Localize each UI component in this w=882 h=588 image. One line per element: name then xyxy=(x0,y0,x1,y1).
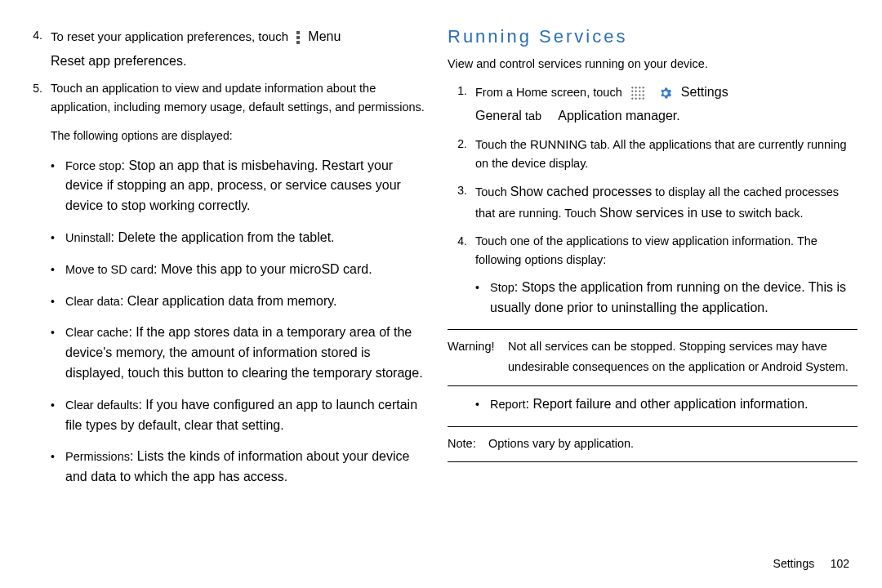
bullet-dot: • xyxy=(51,292,65,312)
note-row: Note: Options vary by application. xyxy=(448,434,858,454)
r-step-3: 3. Touch Show cached processes to displa… xyxy=(448,181,858,223)
divider xyxy=(448,329,858,330)
bullet-dot: • xyxy=(475,278,490,318)
step-body: Touch one of the applications to view ap… xyxy=(475,232,858,270)
r-step-1: 1. From a Home screen, touch Settings Ge… xyxy=(448,82,858,127)
options-intro: The following options are displayed: xyxy=(51,127,433,145)
left-bullet-list: • Force stop: Stop an app that is misbeh… xyxy=(51,156,433,488)
bullet-text: : Delete the application from the tablet… xyxy=(111,230,335,244)
divider xyxy=(448,426,858,427)
right-column: Running Services View and control servic… xyxy=(448,26,858,499)
step-number: 1. xyxy=(448,82,475,127)
show-services-label: Show services in use xyxy=(599,206,722,220)
note-text: Options vary by application. xyxy=(488,434,858,454)
step-number: 5. xyxy=(23,79,51,117)
footer-section: Settings xyxy=(773,557,815,570)
bullet-body: Clear data: Clear application data from … xyxy=(65,292,433,312)
bullet-label: Clear cache xyxy=(65,326,128,339)
r3-e: to switch back. xyxy=(722,207,803,220)
app-manager-label: Application manager. xyxy=(558,109,679,122)
bullet-text: : Clear application data from memory. xyxy=(120,294,337,308)
bullet-dot: • xyxy=(51,395,65,436)
bullet-label: Permissions xyxy=(65,450,130,463)
step-body: Touch Show cached processes to display a… xyxy=(475,181,858,223)
r-step-4: 4. Touch one of the applications to view… xyxy=(448,232,858,270)
bullet-label: Report xyxy=(490,398,526,411)
r-step-2: 2. Touch the RUNNING tab. All the applic… xyxy=(448,135,858,173)
bullet-body: Clear cache: If the app stores data in a… xyxy=(65,323,433,383)
bullet-report: • Report: Report failure and other appli… xyxy=(475,394,858,415)
bullet-dot: • xyxy=(51,323,65,383)
bullet-body: Report: Report failure and other applica… xyxy=(490,394,858,415)
bullet-text: : Report failure and other application i… xyxy=(526,397,808,411)
general-label: General xyxy=(475,109,522,122)
bullet-label: Uninstall xyxy=(65,231,111,244)
note-label: Note: xyxy=(448,434,488,454)
step-4-text-a: To reset your application preferences, t… xyxy=(51,29,288,43)
bullet-text: : Move this app to your microSD card. xyxy=(154,262,372,276)
bullet-dot: • xyxy=(51,447,65,488)
step-number: 3. xyxy=(448,181,475,223)
bullet-label: Clear data xyxy=(65,295,120,308)
settings-label: Settings xyxy=(681,85,728,99)
bullet-label: Force stop xyxy=(65,159,122,172)
section-heading: Running Services xyxy=(448,26,858,47)
step-body: Touch an application to view and update … xyxy=(51,79,433,117)
bullet-label: Stop xyxy=(490,281,514,294)
step-number: 2. xyxy=(448,135,475,173)
warning-label: Warning! xyxy=(448,336,508,376)
bullet-clear-cache: • Clear cache: If the app stores data in… xyxy=(51,323,433,383)
right-bullet-list-2: • Report: Report failure and other appli… xyxy=(475,394,858,415)
bullet-dot: • xyxy=(51,260,65,280)
running-tab-label: RUNNING xyxy=(530,137,587,151)
step-4: 4. To reset your application preferences… xyxy=(23,26,433,71)
bullet-text: : Stops the application from running on … xyxy=(490,280,846,314)
bullet-label: Clear defaults xyxy=(65,399,138,412)
step-5: 5. Touch an application to view and upda… xyxy=(23,79,433,117)
step-4-text-b: Reset app preferences. xyxy=(51,51,433,72)
tab-word: tab xyxy=(525,109,541,122)
step-body: Touch the RUNNING tab. All the applicati… xyxy=(475,135,858,173)
r1-pre: From a Home screen, touch xyxy=(475,86,622,99)
warning-row: Warning! Not all services can be stopped… xyxy=(448,336,858,376)
bullet-uninstall: • Uninstall: Delete the application from… xyxy=(51,228,433,248)
bullet-clear-defaults: • Clear defaults: If you have configured… xyxy=(51,395,433,436)
r3-a: Touch xyxy=(475,185,510,198)
bullet-dot: • xyxy=(51,156,65,216)
bullet-body: Force stop: Stop an app that is misbehav… xyxy=(65,156,433,216)
show-cached-label: Show cached processes xyxy=(510,185,652,198)
two-column-layout: 4. To reset your application preferences… xyxy=(23,26,859,499)
footer-page-number: 102 xyxy=(831,557,849,570)
bullet-body: Permissions: Lists the kinds of informat… xyxy=(65,447,433,488)
bullet-move-sd: • Move to SD card: Move this app to your… xyxy=(51,260,433,280)
page-footer: Settings 102 xyxy=(773,557,849,570)
divider xyxy=(448,385,858,386)
bullet-stop: • Stop: Stops the application from runni… xyxy=(475,278,858,318)
bullet-dot: • xyxy=(51,228,65,248)
divider xyxy=(448,461,858,462)
step-number: 4. xyxy=(23,26,51,71)
apps-grid-icon xyxy=(630,86,645,100)
bullet-body: Move to SD card: Move this app to your m… xyxy=(65,260,433,280)
bullet-body: Uninstall: Delete the application from t… xyxy=(65,228,433,248)
warning-text: Not all services can be stopped. Stoppin… xyxy=(508,336,858,376)
r2-pre: Touch the xyxy=(475,138,530,151)
menu-label: Menu xyxy=(308,29,341,43)
kebab-menu-icon xyxy=(295,30,301,45)
bullet-dot: • xyxy=(475,394,490,415)
section-intro: View and control services running on you… xyxy=(448,56,858,74)
bullet-permissions: • Permissions: Lists the kinds of inform… xyxy=(51,447,433,488)
gear-icon xyxy=(658,86,673,100)
step-body: To reset your application preferences, t… xyxy=(51,26,433,71)
bullet-label: Move to SD card xyxy=(65,263,154,276)
right-bullet-list-1: • Stop: Stops the application from runni… xyxy=(475,278,858,318)
bullet-body: Clear defaults: If you have configured a… xyxy=(65,395,433,436)
bullet-force-stop: • Force stop: Stop an app that is misbeh… xyxy=(51,156,433,216)
left-column: 4. To reset your application preferences… xyxy=(23,26,433,499)
step-body: From a Home screen, touch Settings Gener… xyxy=(475,82,858,127)
bullet-clear-data: • Clear data: Clear application data fro… xyxy=(51,292,433,312)
bullet-body: Stop: Stops the application from running… xyxy=(490,278,858,318)
step-number: 4. xyxy=(448,232,475,270)
